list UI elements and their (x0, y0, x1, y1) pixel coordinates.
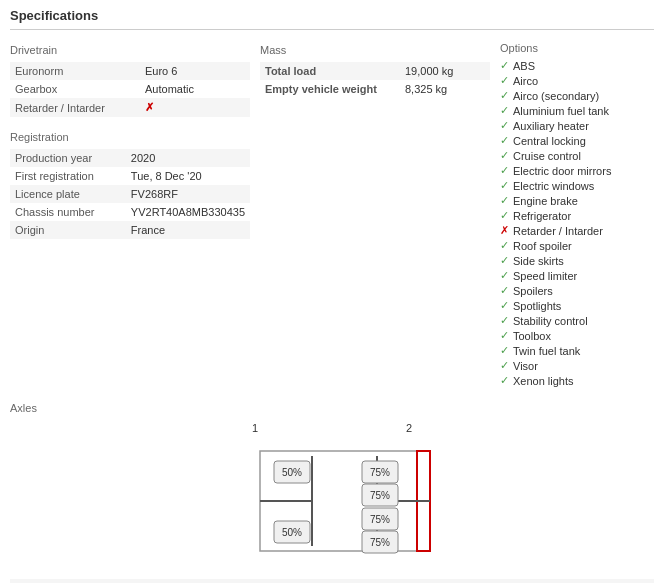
option-item: ✓Toolbox (500, 328, 654, 343)
check-icon: ✓ (500, 284, 509, 297)
check-icon: ✓ (500, 329, 509, 342)
mass-label: Empty vehicle weight (260, 80, 400, 98)
svg-text:75%: 75% (370, 514, 390, 525)
option-label: Refrigerator (513, 210, 571, 222)
options-section: Options ✓ABS✓Airco✓Airco (secondary)✓Alu… (490, 42, 654, 388)
option-label: Auxiliary heater (513, 120, 589, 132)
axles-section: Axles 1 2 (10, 402, 654, 583)
axle-table: 1 2 Tire size385/65 R22.5315/80 R22.5Bra… (10, 579, 654, 583)
option-item: ✓Side skirts (500, 253, 654, 268)
check-icon: ✓ (500, 374, 509, 387)
option-label: Toolbox (513, 330, 551, 342)
option-item: ✗Retarder / Intarder (500, 223, 654, 238)
option-label: Stability control (513, 315, 588, 327)
option-item: ✓Visor (500, 358, 654, 373)
registration-label: First registration (10, 167, 126, 185)
svg-text:75%: 75% (370, 467, 390, 478)
option-item: ✓Spoilers (500, 283, 654, 298)
option-item: ✓Cruise control (500, 148, 654, 163)
option-item: ✓ABS (500, 58, 654, 73)
drivetrain-title: Drivetrain (10, 44, 250, 56)
option-label: Retarder / Intarder (513, 225, 603, 237)
option-label: Engine brake (513, 195, 578, 207)
option-item: ✓Xenon lights (500, 373, 654, 388)
axle-col-empty (10, 579, 130, 583)
option-label: Airco (secondary) (513, 90, 599, 102)
option-item: ✓Stability control (500, 313, 654, 328)
registration-title: Registration (10, 131, 250, 143)
drivetrain-label: Euronorm (10, 62, 140, 80)
mass-table: Total load19,000 kgEmpty vehicle weight8… (260, 62, 490, 98)
check-icon: ✓ (500, 149, 509, 162)
check-icon: ✓ (500, 104, 509, 117)
options-title: Options (500, 42, 654, 54)
mass-value: 19,000 kg (400, 62, 490, 80)
registration-label: Origin (10, 221, 126, 239)
drivetrain-value: Euro 6 (140, 62, 250, 80)
check-icon: ✓ (500, 269, 509, 282)
axle-axis-labels: 1 2 (222, 422, 442, 434)
option-label: Cruise control (513, 150, 581, 162)
option-item: ✓Airco (500, 73, 654, 88)
option-label: Central locking (513, 135, 586, 147)
option-item: ✓Twin fuel tank (500, 343, 654, 358)
registration-label: Production year (10, 149, 126, 167)
option-item: ✓Electric windows (500, 178, 654, 193)
check-icon: ✓ (500, 134, 509, 147)
axle-col-2: 2 (392, 579, 654, 583)
registration-value: FV268RF (126, 185, 250, 203)
svg-text:50%: 50% (282, 467, 302, 478)
svg-text:75%: 75% (370, 490, 390, 501)
drivetrain-value: ✗ (140, 98, 250, 117)
svg-text:75%: 75% (370, 537, 390, 548)
check-icon: ✓ (500, 239, 509, 252)
svg-text:50%: 50% (282, 527, 302, 538)
check-icon: ✓ (500, 179, 509, 192)
option-item: ✓Aluminium fuel tank (500, 103, 654, 118)
drivetrain-table: EuronormEuro 6GearboxAutomaticRetarder /… (10, 62, 250, 117)
option-item: ✓Airco (secondary) (500, 88, 654, 103)
check-icon: ✓ (500, 89, 509, 102)
cross-icon: ✗ (500, 224, 509, 237)
check-icon: ✓ (500, 314, 509, 327)
option-item: ✓Electric door mirrors (500, 163, 654, 178)
check-icon: ✓ (500, 59, 509, 72)
option-item: ✓Refrigerator (500, 208, 654, 223)
option-label: Spotlights (513, 300, 561, 312)
axle-svg: 50% 50% 75% 75% 75% 75% (222, 436, 442, 566)
axle-diagram: 1 2 (10, 422, 654, 569)
registration-value: France (126, 221, 250, 239)
check-icon: ✓ (500, 299, 509, 312)
drivetrain-label: Retarder / Intarder (10, 98, 140, 117)
registration-table: Production year2020First registrationTue… (10, 149, 250, 239)
drivetrain-label: Gearbox (10, 80, 140, 98)
option-label: Roof spoiler (513, 240, 572, 252)
option-label: ABS (513, 60, 535, 72)
mass-section: Mass Total load19,000 kgEmpty vehicle we… (260, 44, 490, 98)
option-label: Speed limiter (513, 270, 577, 282)
check-icon: ✓ (500, 359, 509, 372)
drivetrain-section: Drivetrain EuronormEuro 6GearboxAutomati… (10, 44, 250, 117)
axles-title: Axles (10, 402, 654, 414)
option-item: ✓Auxiliary heater (500, 118, 654, 133)
option-label: Twin fuel tank (513, 345, 580, 357)
registration-label: Chassis number (10, 203, 126, 221)
option-label: Side skirts (513, 255, 564, 267)
mass-label: Total load (260, 62, 400, 80)
check-icon: ✓ (500, 74, 509, 87)
check-icon: ✓ (500, 194, 509, 207)
check-icon: ✓ (500, 164, 509, 177)
axle-col-1: 1 (130, 579, 392, 583)
option-item: ✓Spotlights (500, 298, 654, 313)
registration-value: YV2RT40A8MB330435 (126, 203, 250, 221)
option-item: ✓Central locking (500, 133, 654, 148)
option-label: Aluminium fuel tank (513, 105, 609, 117)
option-label: Airco (513, 75, 538, 87)
registration-value: 2020 (126, 149, 250, 167)
options-list: ✓ABS✓Airco✓Airco (secondary)✓Aluminium f… (500, 58, 654, 388)
option-label: Xenon lights (513, 375, 574, 387)
check-icon: ✓ (500, 209, 509, 222)
check-icon: ✓ (500, 254, 509, 267)
registration-section: Registration Production year2020First re… (10, 131, 250, 239)
check-icon: ✓ (500, 119, 509, 132)
